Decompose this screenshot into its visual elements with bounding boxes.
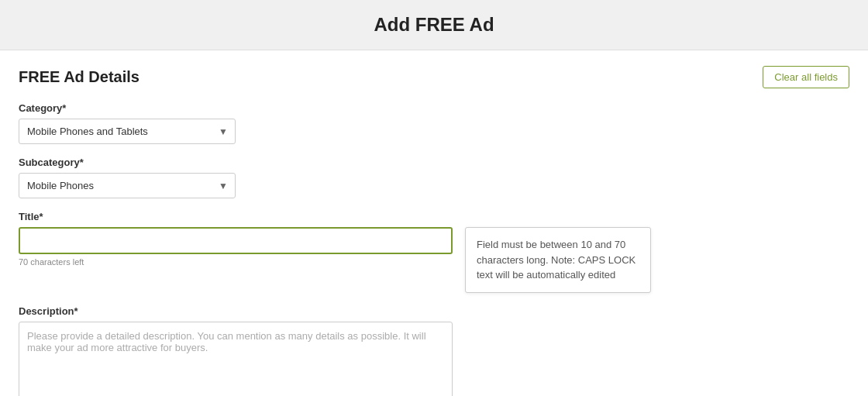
title-field-container: 70 characters left (19, 227, 453, 267)
section-title: FREE Ad Details (19, 68, 140, 86)
subcategory-label: Subcategory* (19, 157, 849, 168)
subcategory-field-group: Subcategory* Mobile Phones Tablets Acces… (19, 157, 849, 198)
subcategory-select[interactable]: Mobile Phones Tablets Accessories (19, 173, 236, 198)
subcategory-select-wrapper: Mobile Phones Tablets Accessories ▼ (19, 173, 236, 198)
category-label: Category* (19, 102, 849, 114)
description-field-group: Description* (19, 305, 849, 397)
section-header: FREE Ad Details Clear all fields (19, 66, 849, 88)
page-header: Add FREE Ad (0, 0, 868, 50)
chars-left: 70 characters left (19, 257, 453, 267)
main-content: FREE Ad Details Clear all fields Categor… (0, 50, 868, 396)
title-field-group: Title* 70 characters left Field must be … (19, 211, 849, 293)
title-row: 70 characters left Field must be between… (19, 227, 849, 293)
title-input[interactable] (19, 227, 453, 254)
description-label: Description* (19, 305, 849, 317)
category-select[interactable]: Mobile Phones and Tablets Electronics Co… (19, 119, 236, 144)
page-title: Add FREE Ad (0, 14, 868, 36)
title-tooltip: Field must be between 10 and 70 characte… (465, 227, 651, 293)
title-label: Title* (19, 211, 849, 222)
category-field-group: Category* Mobile Phones and Tablets Elec… (19, 102, 849, 144)
category-select-wrapper: Mobile Phones and Tablets Electronics Co… (19, 119, 236, 144)
clear-all-fields-button[interactable]: Clear all fields (763, 66, 849, 88)
description-textarea[interactable] (19, 322, 453, 397)
